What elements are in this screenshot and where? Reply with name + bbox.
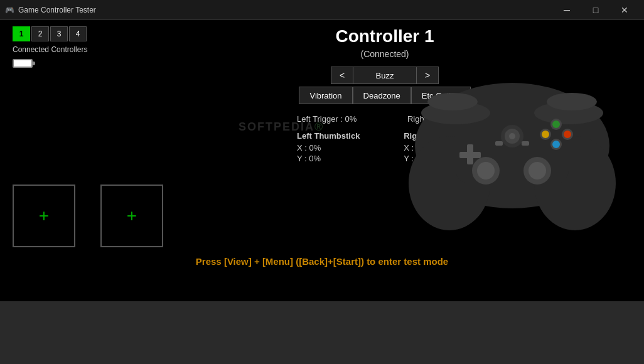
left-trigger-label: Left Trigger : 0% [297, 114, 357, 124]
controller-tab-3[interactable]: 3 [50, 26, 68, 41]
battery-icon [13, 59, 33, 68]
app-title: Game Controller Tester [18, 6, 96, 14]
main-content: 1 2 3 4 Connected Controllers Controller… [0, 20, 644, 364]
left-thumbstick-group: Left Thumbstick X : 0% Y : 0% [297, 131, 360, 163]
controller-tab-4[interactable]: 4 [69, 26, 87, 41]
controller-image [393, 39, 631, 242]
svg-rect-16 [495, 141, 503, 146]
svg-point-19 [552, 141, 560, 148]
svg-point-6 [427, 93, 478, 110]
left-thumbstick-x: X : 0% [297, 143, 360, 153]
left-thumbstick-y: Y : 0% [297, 154, 360, 163]
controller-tabs: 1 2 3 4 [13, 26, 138, 41]
minimize-button[interactable]: ─ [552, 0, 581, 20]
app-icon: 🎮 [5, 6, 14, 14]
svg-point-23 [542, 131, 549, 138]
connected-label: Connected Controllers [13, 45, 138, 54]
left-thumbstick-title: Left Thumbstick [297, 131, 360, 141]
tab-vibration[interactable]: Vibration [299, 87, 352, 104]
svg-point-13 [529, 162, 546, 179]
titlebar-left: 🎮 Game Controller Tester [5, 6, 96, 14]
svg-rect-17 [522, 141, 529, 146]
right-joystick-box: + [100, 185, 163, 247]
right-joystick-cross: + [127, 207, 137, 225]
bottom-bar [0, 301, 644, 364]
svg-point-7 [547, 93, 597, 110]
svg-point-21 [564, 131, 571, 138]
controller-tab-2[interactable]: 2 [31, 26, 49, 41]
close-button[interactable]: ✕ [610, 0, 639, 20]
press-message: Press [View] + [Menu] ([Back]+[Start]) t… [0, 256, 644, 267]
svg-rect-9 [459, 152, 481, 158]
svg-point-27 [509, 133, 515, 139]
titlebar: 🎮 Game Controller Tester ─ □ ✕ [0, 0, 644, 20]
svg-point-25 [552, 120, 560, 128]
titlebar-controls: ─ □ ✕ [552, 0, 639, 20]
left-panel: 1 2 3 4 Connected Controllers [13, 26, 138, 166]
svg-point-11 [477, 162, 495, 179]
left-joystick-cross: + [39, 207, 49, 225]
left-joystick-box: + [13, 185, 75, 247]
prev-nav-button[interactable]: < [331, 67, 353, 84]
maximize-button[interactable]: □ [581, 0, 610, 20]
controller-tab-1[interactable]: 1 [13, 26, 30, 41]
